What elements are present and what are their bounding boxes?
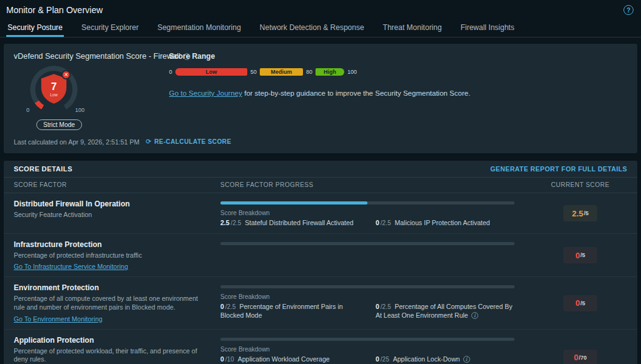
segmentation-score-panel: vDefend Security Segmentation Score - Fi…: [4, 44, 637, 153]
score-details-panel: SCORE DETAILS GENERATE REPORT FOR FULL D…: [4, 161, 637, 364]
security-journey-text: for step-by-step guidance to improve the…: [244, 89, 470, 97]
gauge-score-level: Low: [50, 93, 58, 97]
factor-name: Infrastructure Protection: [14, 240, 204, 250]
table-row-application-protection: Application Protection Percentage of pro…: [4, 330, 637, 364]
score-details-title: SCORE DETAILS: [14, 165, 73, 173]
progress-bar: [220, 285, 515, 288]
tab-threat-monitoring[interactable]: Threat Monitoring: [382, 19, 443, 37]
score-breakdown-title: Score Breakdown: [220, 293, 515, 300]
score-range-title: Score Range: [169, 52, 627, 61]
gauge-min-label: 0: [26, 107, 29, 113]
progress-bar: [220, 338, 515, 341]
table-row-distributed-firewall: Distributed Firewall In Operation Securi…: [4, 193, 637, 234]
current-score-badge: 0/5: [563, 295, 597, 311]
score-breakdown-title: Score Breakdown: [220, 346, 515, 353]
tab-segmentation-monitoring[interactable]: Segmentation Monitoring: [156, 19, 242, 37]
range-segment-medium-label: Medium: [270, 69, 292, 75]
recalculate-score-button[interactable]: ⟳ RE-CALCULATE SCORE: [146, 138, 232, 146]
score-panel-title-text: vDefend Security Segmentation Score - Fi…: [14, 52, 180, 61]
security-journey-row: Go to Security Journey for step-by-step …: [169, 89, 627, 97]
table-row-environment-protection: Environment Protection Percentage of all…: [4, 277, 637, 329]
breakdown-item: 0/2.5Percentage of All Computes Covered …: [376, 303, 515, 320]
tab-network-detection-response[interactable]: Network Detection & Response: [259, 19, 366, 37]
security-journey-link[interactable]: Go to Security Journey: [169, 89, 242, 97]
breakdown-item: 2.5/2.5Stateful Distributed Firewall Act…: [220, 219, 359, 228]
refresh-icon: ⟳: [146, 138, 152, 146]
help-icon[interactable]: ?: [623, 5, 633, 15]
go-to-environment-monitoring-link[interactable]: Go To Environment Monitoring: [14, 315, 103, 323]
top-bar: Monitor & Plan Overview ?: [0, 0, 641, 19]
range-segment-low: Low: [175, 68, 247, 76]
score-breakdown-grid: 2.5/2.5Stateful Distributed Firewall Act…: [220, 219, 515, 228]
current-score-badge: 2.5/5: [563, 205, 597, 221]
gauge-max-label: 100: [75, 107, 85, 113]
tab-security-posture[interactable]: Security Posture: [6, 19, 64, 37]
factor-description: Percentage of protected workload, their …: [14, 347, 204, 364]
current-score-badge: 0/70: [563, 350, 597, 364]
tab-firewall-insights[interactable]: Firewall Insights: [459, 19, 516, 37]
table-row-infrastructure-protection: Infrastructure Protection Percentage of …: [4, 234, 637, 278]
generate-report-link[interactable]: GENERATE REPORT FOR FULL DETAILS: [490, 165, 627, 173]
progress-bar: [220, 201, 515, 205]
range-tick-100: 100: [347, 69, 357, 75]
gauge-score-value: 7: [51, 81, 56, 92]
score-breakdown-grid: 0/10Application Workload Coverage 0/25Ap…: [220, 355, 515, 364]
score-panel-title: vDefend Security Segmentation Score - Fi…: [14, 52, 169, 61]
tab-security-explorer[interactable]: Security Explorer: [80, 19, 140, 37]
column-header-score-factor: SCORE FACTOR: [14, 181, 220, 188]
range-segment-high: High: [315, 68, 344, 76]
range-tick-0: 0: [169, 69, 172, 75]
alert-badge-icon: ✕: [61, 70, 71, 79]
info-icon[interactable]: [471, 312, 478, 319]
score-breakdown-title: Score Breakdown: [220, 210, 515, 216]
factor-name: Application Protection: [14, 336, 204, 345]
tab-bar: Security Posture Security Explorer Segme…: [0, 19, 641, 38]
page-title: Monitor & Plan Overview: [6, 5, 103, 15]
segmentation-score-gauge: 7 Low ✕ 0 100: [15, 66, 96, 118]
range-tick-80: 80: [306, 69, 312, 75]
info-icon[interactable]: [463, 356, 470, 363]
recalculate-score-label: RE-CALCULATE SCORE: [154, 138, 231, 145]
current-score-badge: 0/5: [563, 247, 597, 263]
score-details-header: SCORE DETAILS GENERATE REPORT FOR FULL D…: [4, 161, 637, 178]
range-segment-medium: Medium: [260, 68, 303, 76]
progress-bar: [220, 242, 515, 245]
factor-name: Environment Protection: [14, 283, 204, 293]
score-details-column-headers: SCORE FACTOR SCORE FACTOR PROGRESS CURRE…: [4, 178, 637, 193]
factor-description: Security Feature Activation: [14, 211, 204, 220]
range-segment-low-label: Low: [206, 69, 217, 75]
score-breakdown-grid: 0/2.5Percentage of Environment Pairs in …: [220, 303, 515, 320]
factor-description: Percentage of protected infrastructure t…: [14, 251, 204, 260]
breakdown-item: 0/2.5Malicious IP Protection Activated: [376, 219, 515, 228]
strict-mode-badge: Strict Mode: [36, 119, 82, 130]
breakdown-item: 0/2.5Percentage of Environment Pairs in …: [220, 303, 359, 320]
factor-description: Percentage of all compute covered by at …: [14, 295, 204, 311]
score-range-bar: 0 Low 50 Medium 80 High 100: [169, 68, 357, 76]
factor-name: Distributed Firewall In Operation: [14, 200, 204, 209]
last-calculated-row: Last calculated on Apr 9, 2026, 2:51:51 …: [14, 138, 627, 146]
main-content: vDefend Security Segmentation Score - Fi…: [0, 44, 641, 364]
go-to-infrastructure-monitoring-link[interactable]: Go To Infrastructure Service Monitoring: [14, 263, 128, 270]
breakdown-item: 0/25Application Lock-Down: [376, 355, 515, 364]
breakdown-item: 0/10Application Workload Coverage: [220, 355, 359, 364]
last-calculated-text: Last calculated on Apr 9, 2026, 2:51:51 …: [14, 138, 140, 146]
range-segment-high-label: High: [324, 69, 336, 75]
column-header-progress: SCORE FACTOR PROGRESS: [220, 181, 533, 188]
range-tick-50: 50: [250, 69, 257, 75]
column-header-current-score: CURRENT SCORE: [533, 181, 627, 188]
